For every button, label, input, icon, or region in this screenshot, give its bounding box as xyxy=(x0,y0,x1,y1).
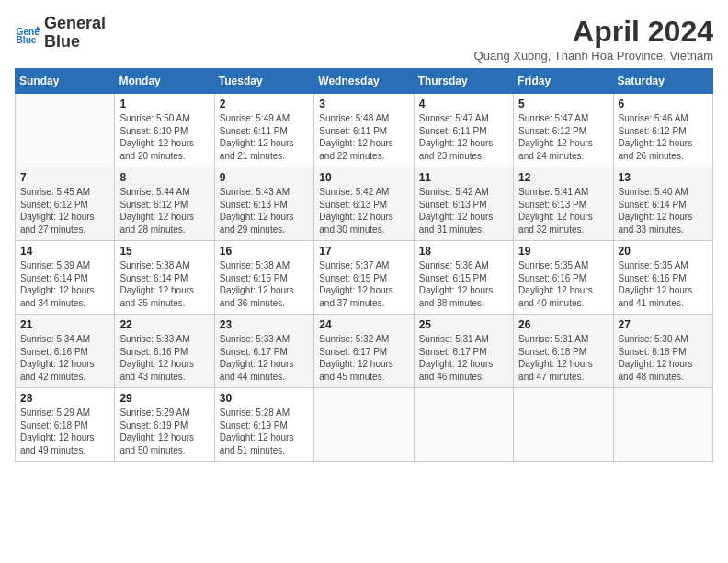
day-number: 27 xyxy=(619,318,708,331)
day-number: 20 xyxy=(619,245,708,258)
calendar-cell: 24Sunrise: 5:32 AM Sunset: 6:17 PM Dayli… xyxy=(314,315,414,388)
day-info: Sunrise: 5:42 AM Sunset: 6:13 PM Dayligh… xyxy=(319,186,408,236)
calendar-cell: 1Sunrise: 5:50 AM Sunset: 6:10 PM Daylig… xyxy=(115,94,214,167)
day-info: Sunrise: 5:50 AM Sunset: 6:10 PM Dayligh… xyxy=(119,112,209,162)
day-info: Sunrise: 5:45 AM Sunset: 6:12 PM Dayligh… xyxy=(20,186,109,236)
weekday-header: Monday xyxy=(115,69,214,94)
calendar-cell: 18Sunrise: 5:36 AM Sunset: 6:15 PM Dayli… xyxy=(414,241,513,315)
day-number: 3 xyxy=(319,98,408,110)
day-number: 16 xyxy=(220,245,309,258)
day-info: Sunrise: 5:35 AM Sunset: 6:16 PM Dayligh… xyxy=(518,259,608,309)
calendar-cell: 25Sunrise: 5:31 AM Sunset: 6:17 PM Dayli… xyxy=(414,315,513,388)
calendar-cell: 20Sunrise: 5:35 AM Sunset: 6:16 PM Dayli… xyxy=(613,241,712,315)
calendar-cell: 2Sunrise: 5:49 AM Sunset: 6:11 PM Daylig… xyxy=(214,94,313,167)
day-number: 18 xyxy=(419,245,508,258)
weekday-header: Tuesday xyxy=(214,69,313,94)
calendar-cell xyxy=(514,388,613,462)
day-info: Sunrise: 5:33 AM Sunset: 6:16 PM Dayligh… xyxy=(119,333,209,383)
calendar-week: 14Sunrise: 5:39 AM Sunset: 6:14 PM Dayli… xyxy=(16,241,713,315)
calendar-cell: 7Sunrise: 5:45 AM Sunset: 6:12 PM Daylig… xyxy=(16,167,115,241)
day-info: Sunrise: 5:41 AM Sunset: 6:13 PM Dayligh… xyxy=(518,186,608,236)
weekday-header: Sunday xyxy=(16,69,115,94)
calendar-cell: 19Sunrise: 5:35 AM Sunset: 6:16 PM Dayli… xyxy=(514,241,613,315)
day-number: 21 xyxy=(20,318,109,331)
calendar-week: 28Sunrise: 5:29 AM Sunset: 6:18 PM Dayli… xyxy=(16,388,713,462)
calendar-cell: 3Sunrise: 5:48 AM Sunset: 6:11 PM Daylig… xyxy=(314,94,414,167)
day-number: 10 xyxy=(319,171,408,184)
weekday-header: Friday xyxy=(514,69,613,94)
calendar-cell xyxy=(414,388,513,462)
logo-icon: General Blue xyxy=(15,20,40,46)
day-number: 19 xyxy=(518,245,608,258)
calendar-week: 1Sunrise: 5:50 AM Sunset: 6:10 PM Daylig… xyxy=(16,94,713,167)
calendar-cell: 14Sunrise: 5:39 AM Sunset: 6:14 PM Dayli… xyxy=(16,241,115,315)
day-info: Sunrise: 5:42 AM Sunset: 6:13 PM Dayligh… xyxy=(419,186,508,236)
day-number: 13 xyxy=(619,171,708,184)
day-number: 6 xyxy=(619,98,708,110)
calendar-cell: 27Sunrise: 5:30 AM Sunset: 6:18 PM Dayli… xyxy=(613,315,712,388)
calendar-cell: 26Sunrise: 5:31 AM Sunset: 6:18 PM Dayli… xyxy=(514,315,613,388)
calendar-cell: 5Sunrise: 5:47 AM Sunset: 6:12 PM Daylig… xyxy=(514,94,613,167)
day-number: 5 xyxy=(518,98,608,110)
day-info: Sunrise: 5:32 AM Sunset: 6:17 PM Dayligh… xyxy=(319,333,408,383)
calendar-cell: 21Sunrise: 5:34 AM Sunset: 6:16 PM Dayli… xyxy=(16,315,115,388)
day-number: 11 xyxy=(419,171,508,184)
calendar-body: 1Sunrise: 5:50 AM Sunset: 6:10 PM Daylig… xyxy=(16,94,713,462)
calendar-cell: 9Sunrise: 5:43 AM Sunset: 6:13 PM Daylig… xyxy=(214,167,313,241)
calendar-cell: 22Sunrise: 5:33 AM Sunset: 6:16 PM Dayli… xyxy=(115,315,214,388)
logo-line2: Blue xyxy=(44,33,106,52)
day-info: Sunrise: 5:44 AM Sunset: 6:12 PM Dayligh… xyxy=(119,186,209,236)
day-info: Sunrise: 5:33 AM Sunset: 6:17 PM Dayligh… xyxy=(220,333,309,383)
day-number: 9 xyxy=(220,171,309,184)
day-number: 29 xyxy=(119,392,209,405)
day-info: Sunrise: 5:31 AM Sunset: 6:18 PM Dayligh… xyxy=(518,333,608,383)
calendar-cell: 10Sunrise: 5:42 AM Sunset: 6:13 PM Dayli… xyxy=(314,167,414,241)
day-info: Sunrise: 5:35 AM Sunset: 6:16 PM Dayligh… xyxy=(619,259,708,309)
calendar-week: 21Sunrise: 5:34 AM Sunset: 6:16 PM Dayli… xyxy=(16,315,713,388)
calendar-header: SundayMondayTuesdayWednesdayThursdayFrid… xyxy=(16,69,713,94)
day-number: 4 xyxy=(419,98,508,110)
calendar-cell: 12Sunrise: 5:41 AM Sunset: 6:13 PM Dayli… xyxy=(514,167,613,241)
day-number: 30 xyxy=(220,392,309,405)
day-number: 1 xyxy=(119,98,209,110)
main-title: April 2024 xyxy=(474,15,713,49)
day-info: Sunrise: 5:39 AM Sunset: 6:14 PM Dayligh… xyxy=(20,259,109,309)
day-number: 8 xyxy=(119,171,209,184)
day-number: 26 xyxy=(518,318,608,331)
day-number: 2 xyxy=(220,98,309,110)
day-number: 14 xyxy=(20,245,109,258)
subtitle: Quang Xuong, Thanh Hoa Province, Vietnam xyxy=(474,49,713,63)
calendar-cell: 6Sunrise: 5:46 AM Sunset: 6:12 PM Daylig… xyxy=(613,94,712,167)
day-info: Sunrise: 5:37 AM Sunset: 6:15 PM Dayligh… xyxy=(319,259,408,309)
calendar-cell: 11Sunrise: 5:42 AM Sunset: 6:13 PM Dayli… xyxy=(414,167,513,241)
day-number: 23 xyxy=(220,318,309,331)
day-info: Sunrise: 5:49 AM Sunset: 6:11 PM Dayligh… xyxy=(220,112,309,162)
day-info: Sunrise: 5:48 AM Sunset: 6:11 PM Dayligh… xyxy=(319,112,408,162)
day-info: Sunrise: 5:28 AM Sunset: 6:19 PM Dayligh… xyxy=(220,407,309,456)
day-number: 17 xyxy=(319,245,408,258)
calendar-cell: 8Sunrise: 5:44 AM Sunset: 6:12 PM Daylig… xyxy=(115,167,214,241)
day-info: Sunrise: 5:40 AM Sunset: 6:14 PM Dayligh… xyxy=(619,186,708,236)
day-number: 12 xyxy=(518,171,608,184)
day-info: Sunrise: 5:47 AM Sunset: 6:11 PM Dayligh… xyxy=(419,112,508,162)
day-number: 28 xyxy=(20,392,109,405)
calendar-cell: 17Sunrise: 5:37 AM Sunset: 6:15 PM Dayli… xyxy=(314,241,414,315)
title-block: April 2024 Quang Xuong, Thanh Hoa Provin… xyxy=(474,15,713,63)
calendar-cell: 4Sunrise: 5:47 AM Sunset: 6:11 PM Daylig… xyxy=(414,94,513,167)
logo-text: General Blue xyxy=(44,15,106,52)
weekday-header: Thursday xyxy=(414,69,513,94)
day-number: 25 xyxy=(419,318,508,331)
day-number: 24 xyxy=(319,318,408,331)
day-info: Sunrise: 5:36 AM Sunset: 6:15 PM Dayligh… xyxy=(419,259,508,309)
day-info: Sunrise: 5:30 AM Sunset: 6:18 PM Dayligh… xyxy=(619,333,708,383)
calendar-cell: 28Sunrise: 5:29 AM Sunset: 6:18 PM Dayli… xyxy=(16,388,115,462)
calendar-cell: 30Sunrise: 5:28 AM Sunset: 6:19 PM Dayli… xyxy=(214,388,313,462)
day-info: Sunrise: 5:31 AM Sunset: 6:17 PM Dayligh… xyxy=(419,333,508,383)
day-info: Sunrise: 5:43 AM Sunset: 6:13 PM Dayligh… xyxy=(220,186,309,236)
calendar-cell: 13Sunrise: 5:40 AM Sunset: 6:14 PM Dayli… xyxy=(613,167,712,241)
calendar-cell: 16Sunrise: 5:38 AM Sunset: 6:15 PM Dayli… xyxy=(214,241,313,315)
calendar-cell: 15Sunrise: 5:38 AM Sunset: 6:14 PM Dayli… xyxy=(115,241,214,315)
weekday-header: Saturday xyxy=(613,69,712,94)
calendar-cell xyxy=(613,388,712,462)
day-info: Sunrise: 5:29 AM Sunset: 6:19 PM Dayligh… xyxy=(119,407,209,456)
